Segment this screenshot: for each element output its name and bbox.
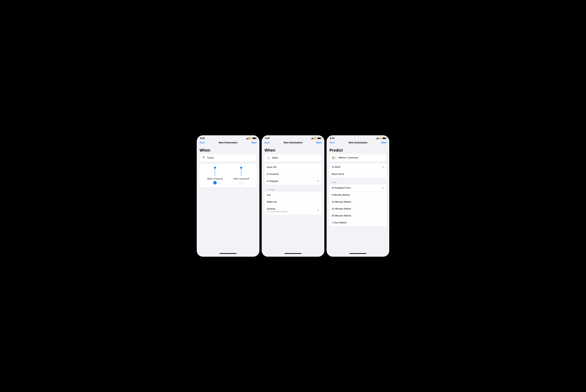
alarms-card: Any Wake-Up Existing Turn off Personal H… xyxy=(264,192,322,215)
wifi-icon-3: 📶 xyxy=(379,137,382,140)
alarm-existing-sublabel: Turn off Personal Hotspot xyxy=(267,210,317,213)
status-time-1: 8:22 xyxy=(200,137,205,140)
back-button-3[interactable]: Back xyxy=(330,141,335,144)
toggle-on-pin xyxy=(214,167,216,176)
time-options-card: At Predicted Time ✓ 5 Minutes Before 10 … xyxy=(330,184,386,226)
commute-trigger-row[interactable]: 🏠🚶 Before I Commute xyxy=(330,154,386,161)
toggle-off-item[interactable]: When Turning Off xyxy=(234,167,249,184)
to-work-label: To Work xyxy=(332,166,382,168)
signal-icon-3 xyxy=(376,138,378,139)
next-button-2[interactable]: Next xyxy=(316,141,322,144)
nav-bar-3: Back New Automation Next xyxy=(326,140,389,146)
next-button-3[interactable]: Next xyxy=(381,141,386,144)
when-title-1: When xyxy=(200,148,256,152)
status-bar-1: 8:22 📶 xyxy=(197,135,260,140)
home-bar-1 xyxy=(220,253,236,254)
screen-1: 8:22 📶 Back New Automation Next When xyxy=(197,135,260,257)
nav-bar-1: Back New Automation Next xyxy=(197,140,260,146)
toggle-on-radio[interactable] xyxy=(213,181,217,184)
predict-title: Predict xyxy=(330,148,386,152)
next-button-1[interactable]: Next xyxy=(251,141,256,144)
to-work-row[interactable]: To Work ✓ xyxy=(330,164,386,171)
status-bar-2: 8:23 📶 xyxy=(262,135,324,140)
alarm-wakeup-label: Wake-Up xyxy=(267,200,319,203)
toggle-on-label: When Turning On xyxy=(207,178,223,180)
alarm-existing-label: Existing xyxy=(267,208,317,210)
status-time-3: 8:23 xyxy=(330,137,334,140)
at-predicted-row[interactable]: At Predicted Time ✓ xyxy=(330,184,386,192)
alarm-trigger-row[interactable]: 🕐 Alarm xyxy=(264,154,322,162)
nav-title-2: New Automation xyxy=(284,141,302,144)
pin-head-off xyxy=(240,167,242,168)
travel-icon: 📍 xyxy=(202,156,205,160)
nav-bar-2: Back New Automation Next xyxy=(262,140,324,146)
nav-title-3: New Automation xyxy=(348,141,368,144)
status-icons-2: 📶 xyxy=(311,137,321,140)
1-hour-row[interactable]: 1 Hour Before xyxy=(330,219,386,226)
is-snoozed-row[interactable]: Is Snoozed xyxy=(264,171,322,178)
10-min-row[interactable]: 10 Minutes Before xyxy=(330,198,386,206)
signal-icon-2 xyxy=(311,138,314,139)
screen-3: 8:23 📶 Back New Automation Next Predict xyxy=(326,135,389,257)
home-bar-2 xyxy=(284,253,302,254)
5-min-row[interactable]: 5 Minutes Before xyxy=(330,192,386,198)
wifi-icon-1: 📶 xyxy=(250,137,252,140)
at-predicted-label: At Predicted Time xyxy=(332,186,382,189)
status-icons-1: 📶 xyxy=(246,137,256,140)
screen-1-content: When 📍 Travel When Turning On xyxy=(197,146,260,252)
alarm-existing-row[interactable]: Existing Turn off Personal Hotspot ✓ xyxy=(264,206,322,215)
10-min-label: 10 Minutes Before xyxy=(332,200,384,203)
toggle-off-pin xyxy=(240,167,242,176)
when-title-2: When xyxy=(264,148,322,152)
15-min-row[interactable]: 15 Minutes Before xyxy=(330,206,386,212)
15-min-label: 15 Minutes Before xyxy=(332,208,384,210)
battery-icon-1 xyxy=(252,138,256,139)
is-stopped-label: Is Stopped xyxy=(267,180,317,182)
screen-3-content: Predict 🏠🚶 Before I Commute To Work ✓ Ba… xyxy=(326,146,389,252)
pin-stem-off xyxy=(241,168,241,176)
is-snoozed-label: Is Snoozed xyxy=(267,173,319,176)
at-predicted-checkmark: ✓ xyxy=(382,186,384,190)
toggle-off-radio[interactable] xyxy=(240,181,243,184)
battery-icon-2 xyxy=(318,138,321,139)
1-hour-label: 1 Hour Before xyxy=(332,221,384,224)
is-stopped-row[interactable]: Is Stopped ✓ xyxy=(264,178,322,185)
nav-title-1: New Automation xyxy=(219,141,238,144)
status-time-2: 8:23 xyxy=(265,137,270,140)
alarm-existing-checkmark: ✓ xyxy=(317,208,319,212)
home-indicator-3 xyxy=(326,252,389,257)
back-button-2[interactable]: Back xyxy=(264,141,270,144)
alarm-any-row[interactable]: Any xyxy=(264,192,322,198)
alarm-wakeup-row[interactable]: Wake-Up xyxy=(264,198,322,206)
home-indicator-1 xyxy=(197,252,260,257)
goes-off-row[interactable]: Goes Off xyxy=(264,164,322,171)
signal-icon-1 xyxy=(246,138,248,139)
commute-trigger-label: Before I Commute xyxy=(338,156,384,159)
alarm-icon: 🕐 xyxy=(267,156,270,160)
5-min-label: 5 Minutes Before xyxy=(332,194,384,196)
toggle-on-item[interactable]: When Turning On xyxy=(207,167,223,184)
pin-stem-on xyxy=(215,168,215,176)
back-button-1[interactable]: Back xyxy=(200,141,205,144)
30-min-row[interactable]: 30 Minutes Before xyxy=(330,212,386,219)
home-bar-3 xyxy=(350,253,366,254)
toggle-section: When Turning On When Turning Off xyxy=(200,164,256,187)
status-bar-3: 8:23 📶 xyxy=(326,135,389,140)
status-icons-3: 📶 xyxy=(376,137,386,140)
alarms-section-label: ALARMS xyxy=(264,187,322,192)
is-stopped-checkmark: ✓ xyxy=(317,180,319,183)
back-home-label: Back Home xyxy=(332,173,384,176)
pin-head-on xyxy=(214,167,216,168)
to-work-checkmark: ✓ xyxy=(382,166,384,168)
screen-2-content: When 🕐 Alarm Goes Off Is Snoozed Is Stop… xyxy=(262,146,324,252)
time-section-label: TIME xyxy=(330,180,386,184)
trigger-row-1[interactable]: 📍 Travel xyxy=(200,154,256,162)
alarm-options-card: Goes Off Is Snoozed Is Stopped ✓ xyxy=(264,164,322,185)
back-home-row[interactable]: Back Home xyxy=(330,171,386,178)
goes-off-label: Goes Off xyxy=(267,166,319,168)
30-min-label: 30 Minutes Before xyxy=(332,214,384,217)
alarm-trigger-card: 🕐 Alarm xyxy=(264,154,322,162)
trigger-label-1: Travel xyxy=(207,156,254,159)
alarm-any-label: Any xyxy=(267,194,319,196)
home-indicator-2 xyxy=(262,252,324,257)
